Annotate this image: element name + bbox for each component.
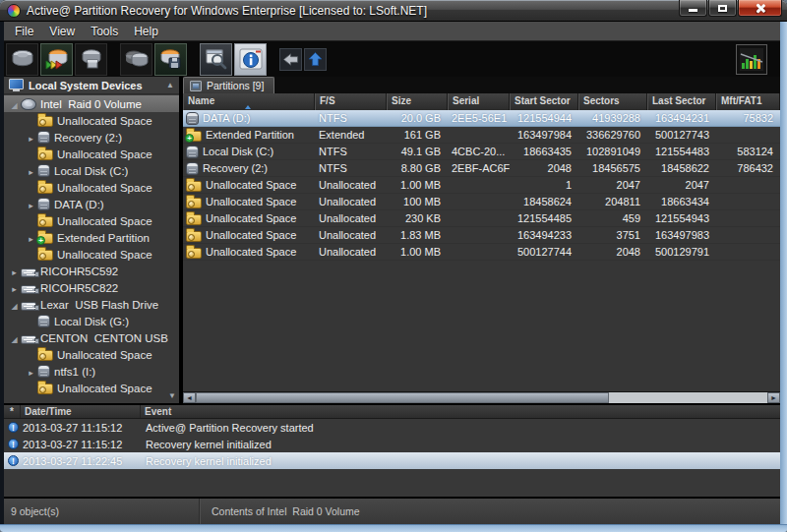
partition-row[interactable]: Unallocated Space Unallocated 100 MB 184… (183, 194, 780, 210)
log-column-time[interactable]: Date/Time (21, 405, 141, 418)
tree-item-icon (37, 164, 50, 177)
cell-last-sector: 163494231 (647, 110, 716, 127)
title-bar[interactable]: Active@ Partition Recovery for Windows E… (0, 0, 787, 22)
partition-row[interactable]: Recovery (2:) NTFS 8.80 GB 2EBF-AC6F 204… (183, 160, 780, 177)
tree-item-label: RICOHR5C592 (40, 266, 118, 277)
partition-row[interactable]: Unallocated Space Unallocated 1.00 MB 1 … (183, 177, 780, 194)
partitions-tab-label: Partitions [9] (207, 80, 264, 91)
scroll-up-arrow[interactable]: ▲ (166, 77, 176, 94)
quick-scan-button[interactable] (40, 43, 73, 76)
tree-item[interactable]: Unallocated Space (4, 112, 179, 129)
column-header-size[interactable]: Size (387, 93, 448, 110)
device-tree: Intel Raid 0 Volume Unallocated Space (4, 94, 179, 403)
tree-item-label: Unallocated Space (57, 215, 152, 227)
cell-fs: Unallocated (315, 194, 387, 210)
expander-icon[interactable] (8, 295, 21, 315)
tree-item[interactable]: Recovery (2:) (4, 129, 179, 146)
scroll-left-arrow[interactable]: ◄ (183, 392, 196, 403)
tree-item[interactable]: RICOHR5C592 (4, 263, 179, 279)
expander-icon[interactable] (25, 362, 37, 382)
up-arrow-icon (308, 51, 323, 67)
tree-item[interactable]: Intel Raid 0 Volume (4, 95, 179, 112)
row-icon (186, 181, 202, 192)
menu-item[interactable]: Help (126, 22, 166, 41)
tree-item[interactable]: Unallocated Space (4, 212, 179, 229)
tree-item[interactable]: DATA (D:) (4, 196, 179, 212)
log-row[interactable]: 2013-03-27 11:22:45 Recovery kernel init… (4, 452, 780, 469)
activity-monitor-button[interactable] (736, 44, 767, 75)
cell-last-sector: 500129791 (647, 244, 716, 261)
tree-item[interactable]: RICOHR5C822 (4, 279, 179, 296)
tree-item[interactable]: Unallocated Space (4, 246, 179, 263)
up-button[interactable] (304, 48, 327, 71)
column-header-start-sector[interactable]: Start Sector (510, 93, 578, 110)
cell-serial (448, 177, 510, 194)
menu-item[interactable]: File (7, 22, 41, 41)
scroll-down-arrow[interactable]: ▼ (168, 391, 176, 400)
tab-partitions[interactable]: Partitions [9] (183, 77, 274, 93)
cell-size: 8.80 GB (387, 160, 448, 177)
tree-item-label: Unallocated Space (57, 349, 152, 361)
log-column-event[interactable]: Event (141, 405, 780, 418)
info-icon (8, 422, 19, 433)
tree-item[interactable]: Unallocated Space (4, 380, 179, 396)
minimize-button[interactable] (679, 0, 707, 17)
cell-start-sector: 1 (510, 177, 578, 194)
log-row[interactable]: 2013-03-27 11:15:12 Active@ Partition Re… (4, 419, 780, 436)
partition-row[interactable]: Extended Partition Extended 161 GB 16349… (183, 127, 780, 144)
tree-item[interactable]: Local Disk (G:) (4, 313, 179, 329)
expander-icon[interactable] (8, 328, 21, 348)
tree-item-icon (37, 216, 53, 227)
maximize-button[interactable] (708, 0, 737, 17)
cell-sectors: 18456575 (578, 160, 647, 177)
info-button[interactable] (234, 43, 267, 76)
partition-row[interactable]: Unallocated Space Unallocated 230 KB 121… (183, 210, 780, 227)
scrollbar-track[interactable] (609, 392, 767, 403)
expander-icon[interactable] (25, 228, 37, 248)
tree-item[interactable]: Extended Partition (4, 229, 179, 246)
scroll-right-arrow[interactable]: ► (767, 392, 780, 403)
back-button[interactable] (279, 48, 302, 71)
expander-icon[interactable] (25, 128, 37, 148)
tree-item[interactable]: Unallocated Space (4, 179, 179, 196)
log-row[interactable]: 2013-03-27 11:15:12 Recovery kernel init… (4, 436, 780, 452)
window-title: Active@ Partition Recovery for Windows E… (27, 4, 427, 18)
menu-item[interactable]: View (41, 22, 83, 41)
recover-partition-icon (124, 47, 150, 71)
horizontal-scrollbar[interactable]: ◄ ► (183, 391, 780, 403)
cell-serial (448, 127, 510, 144)
tree-item-label: Unallocated Space (57, 115, 152, 127)
partition-row[interactable]: Unallocated Space Unallocated 1.83 MB 16… (183, 227, 780, 244)
super-scan-button[interactable] (75, 43, 107, 76)
partition-row[interactable]: DATA (D:) NTFS 20.0 GB 2EE5-56E1 1215549… (183, 110, 780, 127)
recover-partition-button[interactable] (120, 43, 152, 76)
expander-icon[interactable] (25, 195, 37, 214)
scrollbar-thumb[interactable] (196, 392, 609, 403)
tree-item[interactable]: Unallocated Space (4, 146, 179, 162)
column-header-name[interactable]: Name (183, 93, 315, 110)
column-header-serial[interactable]: Serial (448, 93, 510, 110)
log-time: 2013-03-27 11:22:45 (23, 455, 141, 467)
save-disk-image-button[interactable] (154, 43, 187, 76)
column-header-last-sector[interactable]: Last Sector (647, 93, 716, 110)
partition-row[interactable]: Local Disk (C:) NTFS 49.1 GB 4CBC-20... … (183, 144, 780, 160)
column-header-fs[interactable]: F/S (315, 93, 387, 110)
expander-icon[interactable] (8, 94, 21, 114)
tree-item-label: Recovery (2:) (54, 132, 122, 144)
tree-item[interactable]: Lexar USB Flash Drive (4, 296, 179, 313)
menu-item[interactable]: Tools (83, 22, 126, 41)
column-header-mft[interactable]: Mft/FAT1 (716, 93, 780, 110)
cell-name: Unallocated Space (206, 177, 296, 194)
log-column-icon[interactable]: * (4, 405, 21, 418)
tree-item[interactable]: Local Disk (C:) (4, 162, 179, 179)
row-icon (186, 214, 202, 225)
search-button[interactable] (200, 43, 232, 76)
partition-row[interactable]: Unallocated Space Unallocated 1.00 MB 50… (183, 244, 780, 261)
tree-item[interactable]: CENTON CENTON USB (4, 329, 179, 346)
open-disk-button[interactable] (6, 43, 38, 76)
tree-item[interactable]: Unallocated Space (4, 346, 179, 363)
column-header-sectors[interactable]: Sectors (578, 93, 647, 110)
close-button[interactable] (738, 0, 782, 17)
expander-icon[interactable] (25, 161, 37, 181)
tree-item[interactable]: ntfs1 (I:) (4, 363, 179, 380)
